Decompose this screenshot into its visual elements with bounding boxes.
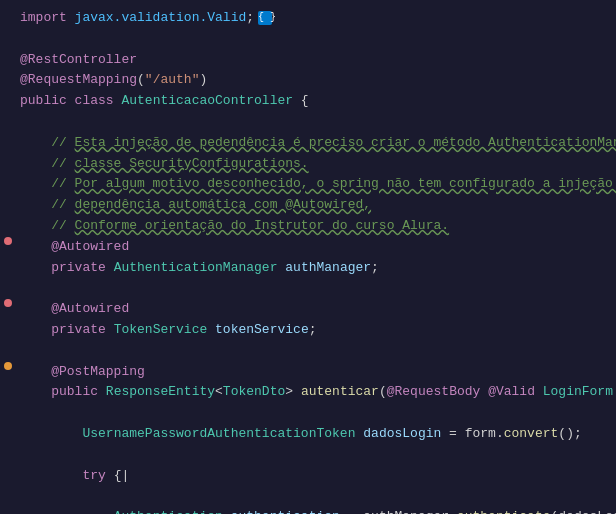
code-line: UsernamePasswordAuthenticationToken dado… <box>0 424 616 445</box>
code-content: @Autowired <box>16 237 616 258</box>
token <box>20 468 82 483</box>
code-line: @RequestMapping("/auth") <box>0 70 616 91</box>
token: private <box>51 260 113 275</box>
bracket-icon: { } <box>258 11 272 25</box>
token: { <box>301 93 309 108</box>
token <box>20 322 51 337</box>
code-content <box>16 403 616 424</box>
token: TokenDto <box>223 384 285 399</box>
code-line <box>0 112 616 133</box>
code-content <box>16 112 616 133</box>
code-line: // dependência automática com @Autowired… <box>0 195 616 216</box>
code-line <box>0 29 616 50</box>
code-content: @Autowired <box>16 299 616 320</box>
token: // <box>20 135 75 150</box>
token: = authManager. <box>340 509 457 514</box>
token: ; <box>309 322 317 337</box>
code-line: import javax.validation.Valid;{ } <box>0 8 616 29</box>
code-line: try {| <box>0 466 616 487</box>
token: tokenService <box>215 322 309 337</box>
token: > <box>285 384 301 399</box>
token: @RestController <box>20 52 137 67</box>
token: convert <box>504 426 559 441</box>
token <box>20 509 114 514</box>
token: private <box>51 322 113 337</box>
code-line: @Autowired <box>0 237 616 258</box>
token: class <box>75 93 122 108</box>
token: "/auth" <box>145 72 200 87</box>
code-content: // Esta injeção de pedendência é preciso… <box>16 133 616 154</box>
code-content: // Por algum motivo desconhecido, o spri… <box>16 174 616 195</box>
code-line: public ResponseEntity<TokenDto> autentic… <box>0 382 616 403</box>
token: authentication <box>231 509 340 514</box>
code-content: public ResponseEntity<TokenDto> autentic… <box>16 382 616 403</box>
token: = form. <box>441 426 503 441</box>
token: authManager <box>285 260 371 275</box>
token: // <box>20 156 75 171</box>
code-line <box>0 341 616 362</box>
code-line: // Conforme orientação do Instrutor do c… <box>0 216 616 237</box>
code-line: private AuthenticationManager authManage… <box>0 258 616 279</box>
token <box>20 426 82 441</box>
token: @Autowired <box>20 239 129 254</box>
token: classe SecurityConfigurations. <box>75 156 309 171</box>
token: @RequestMapping <box>20 72 137 87</box>
token: TokenService <box>114 322 215 337</box>
code-line: // Por algum motivo desconhecido, o spri… <box>0 174 616 195</box>
code-content <box>16 29 616 50</box>
token: (); <box>558 426 581 441</box>
token: UsernamePasswordAuthenticationToken <box>82 426 363 441</box>
token: import <box>20 10 75 25</box>
token: // <box>20 218 75 233</box>
code-content: try {| <box>16 466 616 487</box>
token: Conforme orientação do Instrutor do curs… <box>75 218 449 233</box>
token <box>20 260 51 275</box>
code-line: public class AutenticacaoController { <box>0 91 616 112</box>
code-line <box>0 486 616 507</box>
token: ; <box>246 10 254 25</box>
token: ( <box>137 72 145 87</box>
code-content <box>16 486 616 507</box>
token: javax.validation.Valid <box>75 10 247 25</box>
code-line: @Autowired <box>0 299 616 320</box>
code-line <box>0 445 616 466</box>
code-content: // Conforme orientação do Instrutor do c… <box>16 216 616 237</box>
code-line: // classe SecurityConfigurations. <box>0 154 616 175</box>
token: public <box>20 93 75 108</box>
code-line: Authentication authentication = authMana… <box>0 507 616 514</box>
code-content: import javax.validation.Valid;{ } <box>16 8 616 29</box>
token: < <box>215 384 223 399</box>
token: LoginForm <box>543 384 616 399</box>
token: @PostMapping <box>20 364 145 379</box>
token: ResponseEntity <box>106 384 215 399</box>
gutter-indicator <box>0 237 16 245</box>
code-line: private TokenService tokenService; <box>0 320 616 341</box>
token <box>20 384 51 399</box>
gutter-indicator <box>0 299 16 307</box>
code-content: private TokenService tokenService; <box>16 320 616 341</box>
token: AutenticacaoController <box>121 93 300 108</box>
token: try <box>82 468 113 483</box>
gutter-indicator <box>0 362 16 370</box>
token: | <box>121 468 129 483</box>
code-editor: import javax.validation.Valid;{ } @RestC… <box>0 0 616 514</box>
token: autenticar <box>301 384 379 399</box>
code-line: // Esta injeção de pedendência é preciso… <box>0 133 616 154</box>
token: authenticate <box>457 509 551 514</box>
token: public <box>51 384 106 399</box>
code-content: @RequestMapping("/auth") <box>16 70 616 91</box>
token: AuthenticationManager <box>114 260 286 275</box>
token: // <box>20 176 75 191</box>
token: ) <box>199 72 207 87</box>
code-content: public class AutenticacaoController { <box>16 91 616 112</box>
token: @Valid <box>488 384 543 399</box>
code-content <box>16 278 616 299</box>
code-line: @RestController <box>0 50 616 71</box>
code-content: UsernamePasswordAuthenticationToken dado… <box>16 424 616 445</box>
token: (dadosLogin); <box>551 509 616 514</box>
token: @RequestBody <box>387 384 488 399</box>
token: ; <box>371 260 379 275</box>
token: dadosLogin <box>363 426 441 441</box>
code-content: private AuthenticationManager authManage… <box>16 258 616 279</box>
token: @Autowired <box>20 301 129 316</box>
